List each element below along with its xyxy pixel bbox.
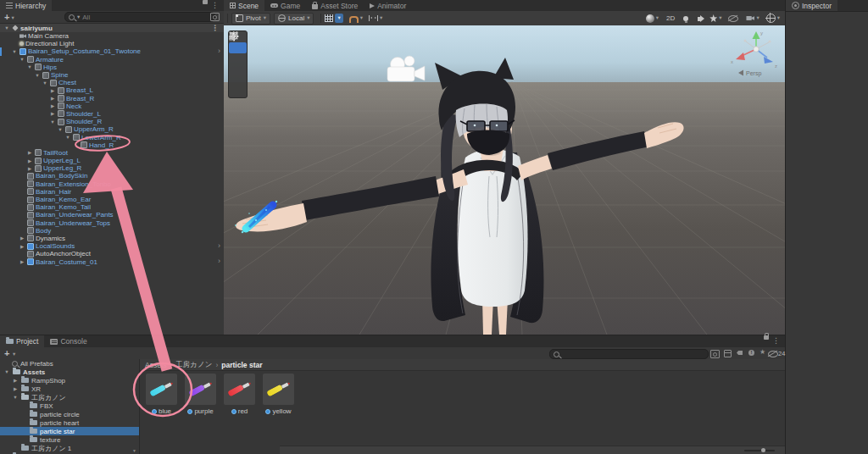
folder-item-fbx[interactable]: FBX [0, 401, 139, 410]
folder-item-1[interactable]: 工房カノン 1 [0, 444, 139, 452]
menu-kebab-icon[interactable]: ⋮ [211, 2, 219, 11]
hierarchy-item-upperleg-r[interactable]: ▶UpperLeg_R [0, 164, 224, 172]
tab-inspector[interactable]: Inspector [786, 0, 837, 11]
create-caret-icon[interactable]: ▾ [11, 15, 14, 21]
audio-toggle-icon[interactable] [698, 17, 701, 21]
expand-arrow-icon[interactable]: ▼ [64, 135, 71, 140]
shading-caret-icon[interactable]: ▾ [656, 15, 659, 21]
menu-kebab-icon[interactable]: ⋮ [772, 337, 780, 347]
scroll-down-icon[interactable]: ▼ [132, 448, 136, 453]
search-window-icon[interactable] [210, 13, 220, 21]
folder-item-particle-heart[interactable]: particle heart [0, 418, 139, 427]
hierarchy-item-dynamics[interactable]: ▶Dynamics [0, 235, 224, 242]
move-snap-icon[interactable] [369, 15, 378, 21]
tab-hierarchy[interactable]: Hierarchy [0, 0, 52, 11]
hierarchy-item-upperarm-r[interactable]: ▼UpperArm_R [0, 125, 224, 133]
hierarchy-item-main-camera[interactable]: Main Camera [0, 32, 224, 40]
folder-item-texture[interactable]: texture [0, 435, 139, 444]
lighting-toggle-icon[interactable] [683, 16, 688, 21]
expand-arrow-icon[interactable]: ▼ [57, 127, 64, 132]
tab-asset-store[interactable]: Asset Store [306, 0, 364, 11]
expand-arrow-icon[interactable]: ▶ [26, 166, 33, 171]
hierarchy-item-directional-light[interactable]: Directional Light [0, 40, 224, 47]
tab-scene[interactable]: Scene [224, 0, 264, 11]
folder-item-particle-star[interactable]: particle star [0, 427, 139, 435]
expand-arrow-icon[interactable]: ▼ [26, 64, 33, 69]
prefab-open-chevron-icon[interactable]: › [218, 47, 220, 55]
hierarchy-item-bairan-kemo-tail[interactable]: Bairan_Kemo_Tail [0, 203, 224, 211]
expand-arrow-icon[interactable]: ▶ [49, 103, 56, 108]
search-by-label-icon[interactable] [737, 351, 743, 355]
expand-arrow-icon[interactable]: ▶ [49, 88, 56, 93]
hierarchy-item-bairan-costume-01[interactable]: ▶Bairan_Costume_01› [0, 257, 224, 265]
expand-arrow-icon[interactable]: ▼ [42, 80, 48, 86]
expand-arrow-icon[interactable]: ▼ [19, 57, 25, 62]
hierarchy-item-chest[interactable]: ▼Chest [0, 79, 224, 86]
hierarchy-item-bairan-bodyskin[interactable]: Bairan_BodySkin [0, 172, 224, 180]
hierarchy-item-spine[interactable]: ▼Spine [0, 71, 224, 79]
lock-icon[interactable] [203, 0, 208, 4]
prefab-open-chevron-icon[interactable]: › [218, 241, 220, 250]
breadcrumb-assets[interactable]: Assets [145, 361, 167, 369]
snap-caret-icon[interactable]: ▾ [380, 15, 382, 21]
expand-arrow-icon[interactable]: ▼ [3, 369, 10, 374]
hierarchy-item-upperleg-l[interactable]: ▶UpperLeg_L [0, 157, 224, 164]
asset-thumbnail[interactable] [146, 374, 177, 405]
folder-item-assets[interactable]: ▼Assets [0, 368, 139, 376]
expand-arrow-icon[interactable]: ▼ [12, 395, 19, 400]
breadcrumb-current[interactable]: particle star [221, 361, 262, 369]
rotate-tool-button[interactable] [229, 53, 247, 64]
hierarchy-item-hand-r[interactable]: Hand_R [0, 141, 224, 149]
hierarchy-item-bairan-extension-tonbo[interactable]: Bairan_Extension_Tonbo [0, 180, 224, 188]
expand-arrow[interactable]: ▼ [3, 25, 10, 30]
tab-console[interactable]: Console [44, 335, 92, 347]
asset-item-purple[interactable]: purple [185, 374, 216, 446]
expand-arrow-icon[interactable]: ▶ [19, 259, 25, 264]
hierarchy-item-bairan-kemo-ear[interactable]: Bairan_Kemo_Ear [0, 196, 224, 203]
hierarchy-item-lowerarm-r[interactable]: ▼LowerArm_R [0, 133, 224, 141]
folder-item-xr[interactable]: ▶XR [0, 385, 139, 393]
hidden-packages-icon[interactable] [768, 351, 778, 357]
hierarchy-item-bairan-hair[interactable]: Bairan_Hair [0, 188, 224, 196]
gizmos-menu-icon[interactable] [766, 14, 776, 23]
hierarchy-item-bairan-setup-costume-01-twotone[interactable]: ▼Bairan_Setup_Costume_01_Twotone› [0, 47, 224, 55]
asset-item-yellow[interactable]: yellow [263, 374, 294, 446]
scale-tool-button[interactable] [229, 64, 247, 75]
expand-arrow-icon[interactable]: ▶ [26, 158, 33, 163]
create-caret-icon[interactable]: ▾ [13, 352, 15, 357]
favorite-item-all-prefabs[interactable]: All Prefabs [0, 359, 139, 368]
scene-visibility-icon[interactable] [728, 15, 738, 22]
open-search-window-icon[interactable] [710, 350, 720, 358]
hierarchy-item-bairan-underwear-tops[interactable]: Bairan_Underwear_Tops [0, 219, 224, 227]
search-by-import-log-icon[interactable] [748, 350, 754, 356]
scene-viewport[interactable]: y x z Persp [224, 25, 785, 335]
hierarchy-item-autoanchorobject[interactable]: AutoAnchorObject [0, 250, 224, 257]
lock-icon[interactable] [764, 335, 769, 340]
hierarchy-item-breast-r[interactable]: ▶Breast_R [0, 95, 224, 102]
effects-caret-icon[interactable]: ▾ [719, 15, 721, 21]
effects-toggle-icon[interactable] [709, 14, 717, 22]
folder-item-rampshop[interactable]: ▶RampShop [0, 376, 139, 385]
hierarchy-search-input[interactable]: ▾ All [64, 12, 215, 22]
expand-arrow-icon[interactable]: ▶ [49, 96, 56, 101]
expand-arrow-icon[interactable]: ▼ [11, 49, 18, 54]
expand-arrow-icon[interactable]: ▼ [34, 73, 41, 78]
hierarchy-item-shoulder-r[interactable]: ▼Shoulder_R [0, 118, 224, 125]
hierarchy-item-shoulder-l[interactable]: ▶Shoulder_L [0, 110, 224, 118]
hierarchy-item-localsounds[interactable]: ▶LocalSounds› [0, 242, 224, 250]
asset-thumbnail[interactable] [224, 374, 255, 405]
expand-arrow-icon[interactable]: ▶ [26, 150, 33, 155]
camera-settings-icon[interactable] [746, 16, 754, 21]
grid-visibility-icon[interactable] [325, 14, 333, 22]
folder-item-particle-circle[interactable]: particle circle [0, 410, 139, 418]
project-search-input[interactable] [549, 349, 709, 359]
hierarchy-item-body[interactable]: Body [0, 227, 224, 235]
expand-arrow-icon[interactable]: ▶ [19, 235, 25, 241]
shading-mode-icon[interactable] [646, 14, 654, 23]
pivot-button[interactable]: Pivot▾ [231, 13, 270, 25]
zoom-slider-knob[interactable] [761, 448, 765, 452]
snap-magnet-icon[interactable] [349, 16, 359, 23]
rect-tool-button[interactable] [229, 75, 247, 86]
scene-header-row[interactable]: ▼ sairiyumu ⋮ [0, 24, 224, 32]
search-by-type-icon[interactable] [724, 350, 732, 357]
